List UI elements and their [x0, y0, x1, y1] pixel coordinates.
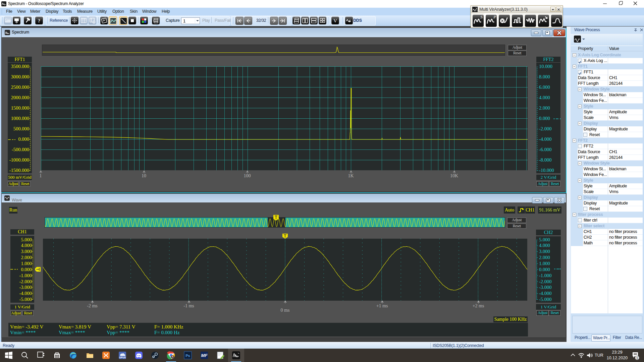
svg-text:OPUS: OPUS	[119, 356, 126, 359]
svg-text:S: S	[480, 15, 483, 19]
svg-text:P: P	[493, 15, 496, 19]
svg-text:V: V	[333, 18, 337, 23]
svg-text:Ps: Ps	[185, 354, 190, 358]
svg-text:?: ?	[38, 18, 41, 23]
svg-text:MF: MF	[201, 353, 208, 358]
